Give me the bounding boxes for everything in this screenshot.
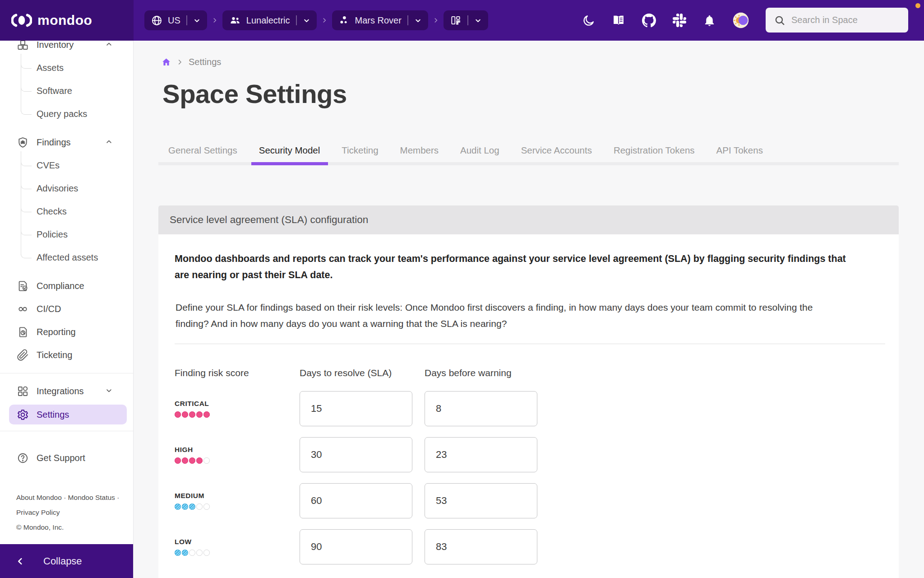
tab-general-settings[interactable]: General Settings [161, 138, 245, 162]
collapse-label: Collapse [43, 555, 82, 567]
search-box[interactable] [766, 8, 908, 33]
column-days-to-resolve: Days to resolve (SLA) [300, 368, 425, 378]
sidebar-item-affected-assets[interactable]: Affected assets [0, 246, 133, 269]
days-to-resolve-cell [300, 483, 425, 518]
space-selector[interactable]: Mars Rover [332, 10, 428, 30]
severity-dot [196, 503, 203, 510]
sla-warning-input-low[interactable] [425, 529, 537, 564]
sidebar-item-assets[interactable]: Assets [0, 56, 133, 79]
dark-mode-toggle[interactable] [582, 14, 595, 27]
notifications-button[interactable] [703, 14, 716, 27]
sidebar-item-checks[interactable]: Checks [0, 200, 133, 223]
sidebar-item-settings[interactable]: Settings [9, 405, 127, 424]
severity-dot [175, 550, 181, 556]
page-title: Space Settings [162, 79, 347, 109]
chevron-up-icon[interactable] [105, 137, 113, 148]
sidebar-item-integrations[interactable]: Integrations [0, 380, 133, 403]
severity-dot [189, 550, 195, 556]
sidebar-item-ci-cd[interactable]: CI/CD [0, 298, 133, 321]
severity-dot [189, 411, 195, 418]
docs-button[interactable] [612, 14, 625, 27]
sidebar-item-ticketing[interactable]: Ticketing [0, 344, 133, 367]
slack-button[interactable] [673, 14, 686, 27]
sla-row-low: LOW [175, 529, 885, 564]
space-icon [338, 14, 350, 26]
days-to-resolve-cell [300, 437, 425, 472]
user-avatar[interactable] [733, 12, 749, 28]
view-selector[interactable] [444, 10, 488, 30]
space-selector-label: Mars Rover [355, 15, 402, 26]
chevron-down-icon [414, 17, 422, 24]
privacy-policy-link[interactable]: Privacy Policy [16, 505, 119, 520]
home-icon[interactable] [162, 57, 171, 67]
tab-api-tokens[interactable]: API Tokens [709, 138, 771, 162]
tab-ticketing[interactable]: Ticketing [334, 138, 386, 162]
mondoo-logo[interactable]: mondoo [11, 0, 92, 41]
days-to-resolve-cell [300, 529, 425, 564]
sla-intro-bold: Mondoo dashboards and reports can track … [175, 251, 847, 283]
severity-dots [175, 550, 300, 556]
tab-members[interactable]: Members [393, 138, 446, 162]
region-selector-label: US [168, 15, 180, 26]
risk-level-label: CRITICAL [175, 400, 300, 408]
severity-dots [175, 411, 300, 418]
sidebar-divider [0, 431, 133, 431]
chip-divider [407, 15, 408, 25]
sidebar-item-advisories[interactable]: Advisories [0, 177, 133, 200]
sidebar-item-label: Ticketing [37, 350, 72, 360]
infinity-icon [16, 303, 29, 316]
copyright-text: © Mondoo, Inc. [16, 520, 119, 535]
sidebar-item-label: Integrations [37, 386, 84, 396]
scope-separator-icon [433, 17, 439, 23]
sla-intro: Define your SLA for findings based on th… [176, 299, 830, 332]
risk-level-label: MEDIUM [175, 492, 300, 500]
chevron-down-icon[interactable] [105, 386, 113, 396]
risk-score-cell: CRITICAL [175, 400, 300, 418]
sidebar-item-inventory[interactable]: Inventory [0, 41, 133, 56]
sidebar-subitem-label: Checks [37, 206, 67, 217]
active-tab-indicator [251, 162, 328, 165]
github-button[interactable] [642, 14, 656, 28]
top-bar: mondoo USLunalectricMars Rover [0, 0, 924, 41]
severity-dot [189, 503, 195, 510]
severity-dot [175, 411, 181, 418]
notification-dot [915, 3, 920, 8]
sidebar-subitem-label: Query packs [37, 109, 87, 119]
tab-registration-tokens[interactable]: Registration Tokens [606, 138, 702, 162]
sidebar-item-policies[interactable]: Policies [0, 223, 133, 246]
organization-selector[interactable]: Lunalectric [222, 10, 317, 30]
sidebar-item-get-support[interactable]: Get Support [0, 447, 133, 470]
chevron-up-icon[interactable] [105, 41, 113, 50]
collapse-sidebar-button[interactable]: Collapse [0, 544, 134, 578]
region-selector[interactable]: US [144, 10, 207, 30]
search-input[interactable] [791, 15, 900, 25]
sidebar-item-cves[interactable]: CVEs [0, 154, 133, 177]
severity-dot [182, 503, 188, 510]
sla-warning-input-critical[interactable] [425, 391, 537, 426]
search-icon [774, 14, 785, 26]
sla-resolve-input-high[interactable] [300, 437, 412, 472]
sidebar-item-reporting[interactable]: Reporting [0, 321, 133, 344]
sla-resolve-input-critical[interactable] [300, 391, 412, 426]
organization-icon [229, 14, 241, 27]
sidebar-item-query-packs[interactable]: Query packs [0, 103, 133, 126]
sidebar-subitem-label: CVEs [37, 160, 60, 171]
gear-icon [16, 408, 29, 421]
risk-score-cell: MEDIUM [175, 492, 300, 510]
sla-resolve-input-medium[interactable] [300, 483, 412, 518]
main-content: Settings Space Settings General Settings… [134, 41, 924, 578]
sla-warning-input-medium[interactable] [425, 483, 537, 518]
sidebar-item-software[interactable]: Software [0, 79, 133, 103]
sidebar-item-findings[interactable]: Findings [0, 131, 133, 154]
footer-links-line[interactable]: About Mondoo · Mondoo Status · [16, 490, 119, 505]
tab-audit-log[interactable]: Audit Log [453, 138, 507, 162]
sla-warning-input-high[interactable] [425, 437, 537, 472]
tab-security-model[interactable]: Security Model [251, 138, 328, 162]
severity-dot [196, 457, 203, 464]
sidebar-subitems: AssetsSoftwareQuery packs [0, 56, 133, 126]
tab-service-accounts[interactable]: Service Accounts [513, 138, 600, 162]
sidebar-item-compliance[interactable]: Compliance [0, 275, 133, 298]
mondoo-logo-icon [11, 13, 32, 28]
sla-resolve-input-low[interactable] [300, 529, 412, 564]
breadcrumb-current[interactable]: Settings [189, 57, 221, 67]
